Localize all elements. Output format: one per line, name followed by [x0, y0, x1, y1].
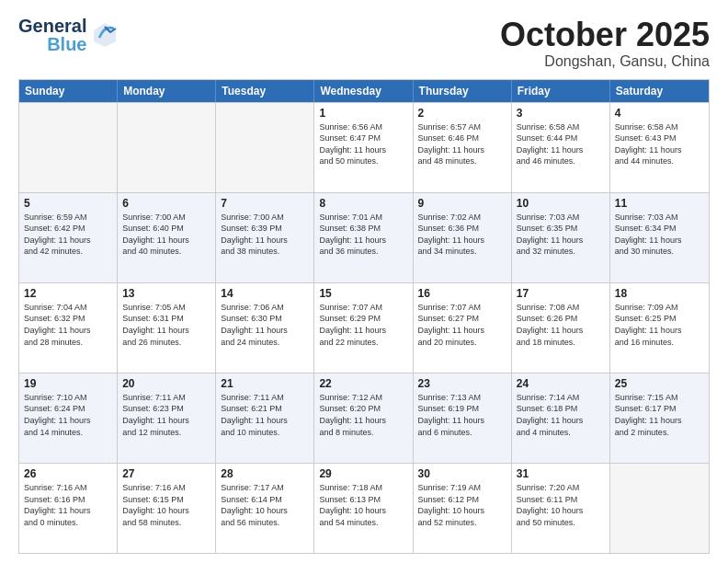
day-cell-21: 21Sunrise: 7:11 AM Sunset: 6:21 PM Dayli…	[216, 373, 314, 463]
day-cell-17: 17Sunrise: 7:08 AM Sunset: 6:26 PM Dayli…	[512, 283, 610, 373]
day-info: Sunrise: 7:03 AM Sunset: 6:34 PM Dayligh…	[615, 212, 704, 258]
day-number: 25	[615, 377, 704, 390]
day-number: 13	[122, 287, 210, 300]
day-number: 19	[24, 377, 112, 390]
day-info: Sunrise: 6:59 AM Sunset: 6:42 PM Dayligh…	[24, 212, 112, 258]
day-number: 9	[418, 197, 506, 210]
day-number: 28	[221, 467, 309, 480]
day-info: Sunrise: 7:17 AM Sunset: 6:14 PM Dayligh…	[221, 482, 309, 528]
day-info: Sunrise: 7:16 AM Sunset: 6:16 PM Dayligh…	[24, 482, 112, 528]
day-number: 31	[517, 467, 605, 480]
day-info: Sunrise: 7:19 AM Sunset: 6:12 PM Dayligh…	[418, 482, 506, 528]
day-cell-3: 3Sunrise: 6:58 AM Sunset: 6:44 PM Daylig…	[512, 103, 610, 192]
logo-blue: Blue	[47, 35, 86, 53]
day-info: Sunrise: 7:00 AM Sunset: 6:39 PM Dayligh…	[221, 212, 309, 258]
day-cell-4: 4Sunrise: 6:58 AM Sunset: 6:43 PM Daylig…	[610, 103, 709, 192]
day-cell-1: 1Sunrise: 6:56 AM Sunset: 6:47 PM Daylig…	[314, 103, 413, 192]
day-cell-8: 8Sunrise: 7:01 AM Sunset: 6:38 PM Daylig…	[314, 193, 413, 282]
day-cell-16: 16Sunrise: 7:07 AM Sunset: 6:27 PM Dayli…	[414, 283, 512, 373]
day-cell-28: 28Sunrise: 7:17 AM Sunset: 6:14 PM Dayli…	[216, 464, 314, 553]
day-number: 14	[221, 287, 309, 300]
day-number: 26	[24, 467, 112, 480]
logo-icon	[92, 21, 118, 51]
calendar-row-4: 19Sunrise: 7:10 AM Sunset: 6:24 PM Dayli…	[19, 373, 709, 463]
day-cell-15: 15Sunrise: 7:07 AM Sunset: 6:29 PM Dayli…	[314, 283, 413, 373]
calendar-row-5: 26Sunrise: 7:16 AM Sunset: 6:16 PM Dayli…	[19, 463, 709, 553]
day-cell-2: 2Sunrise: 6:57 AM Sunset: 6:46 PM Daylig…	[414, 103, 512, 192]
day-info: Sunrise: 7:20 AM Sunset: 6:11 PM Dayligh…	[517, 482, 605, 528]
day-info: Sunrise: 7:05 AM Sunset: 6:31 PM Dayligh…	[122, 302, 210, 348]
month-title: October 2025	[500, 17, 710, 53]
empty-cell	[216, 103, 314, 192]
weekday-header-friday: Friday	[512, 80, 610, 102]
day-number: 1	[319, 107, 407, 120]
page: General Blue October 2025 Dongshan, Gans…	[0, 0, 728, 563]
day-number: 6	[122, 197, 210, 210]
day-cell-7: 7Sunrise: 7:00 AM Sunset: 6:39 PM Daylig…	[216, 193, 314, 282]
day-cell-12: 12Sunrise: 7:04 AM Sunset: 6:32 PM Dayli…	[19, 283, 118, 373]
day-number: 24	[517, 377, 605, 390]
svg-marker-0	[94, 23, 116, 47]
day-info: Sunrise: 7:11 AM Sunset: 6:21 PM Dayligh…	[221, 392, 309, 438]
day-number: 18	[615, 287, 704, 300]
day-cell-9: 9Sunrise: 7:02 AM Sunset: 6:36 PM Daylig…	[414, 193, 512, 282]
day-info: Sunrise: 7:13 AM Sunset: 6:19 PM Dayligh…	[418, 392, 506, 438]
day-cell-25: 25Sunrise: 7:15 AM Sunset: 6:17 PM Dayli…	[610, 373, 709, 463]
calendar-row-1: 1Sunrise: 6:56 AM Sunset: 6:47 PM Daylig…	[19, 102, 709, 192]
location-title: Dongshan, Gansu, China	[500, 53, 710, 70]
day-info: Sunrise: 7:06 AM Sunset: 6:30 PM Dayligh…	[221, 302, 309, 348]
day-number: 10	[517, 197, 605, 210]
header: General Blue October 2025 Dongshan, Gans…	[18, 17, 710, 70]
day-cell-30: 30Sunrise: 7:19 AM Sunset: 6:12 PM Dayli…	[414, 464, 512, 553]
day-number: 29	[319, 467, 407, 480]
day-cell-19: 19Sunrise: 7:10 AM Sunset: 6:24 PM Dayli…	[19, 373, 118, 463]
day-info: Sunrise: 7:07 AM Sunset: 6:27 PM Dayligh…	[418, 302, 506, 348]
logo-general: General	[18, 17, 86, 35]
day-number: 4	[615, 107, 704, 120]
day-cell-18: 18Sunrise: 7:09 AM Sunset: 6:25 PM Dayli…	[610, 283, 709, 373]
day-info: Sunrise: 7:01 AM Sunset: 6:38 PM Dayligh…	[319, 212, 407, 258]
day-info: Sunrise: 7:09 AM Sunset: 6:25 PM Dayligh…	[615, 302, 704, 348]
day-cell-13: 13Sunrise: 7:05 AM Sunset: 6:31 PM Dayli…	[118, 283, 216, 373]
calendar-body: 1Sunrise: 6:56 AM Sunset: 6:47 PM Daylig…	[19, 102, 709, 553]
day-cell-23: 23Sunrise: 7:13 AM Sunset: 6:19 PM Dayli…	[414, 373, 512, 463]
day-info: Sunrise: 7:16 AM Sunset: 6:15 PM Dayligh…	[122, 482, 210, 528]
day-number: 30	[418, 467, 506, 480]
day-info: Sunrise: 6:56 AM Sunset: 6:47 PM Dayligh…	[319, 121, 407, 167]
day-number: 21	[221, 377, 309, 390]
day-cell-14: 14Sunrise: 7:06 AM Sunset: 6:30 PM Dayli…	[216, 283, 314, 373]
calendar-row-3: 12Sunrise: 7:04 AM Sunset: 6:32 PM Dayli…	[19, 282, 709, 373]
day-number: 20	[122, 377, 210, 390]
day-number: 17	[517, 287, 605, 300]
day-number: 3	[517, 107, 605, 120]
day-info: Sunrise: 6:58 AM Sunset: 6:44 PM Dayligh…	[517, 121, 605, 167]
day-info: Sunrise: 7:14 AM Sunset: 6:18 PM Dayligh…	[517, 392, 605, 438]
day-cell-6: 6Sunrise: 7:00 AM Sunset: 6:40 PM Daylig…	[118, 193, 216, 282]
weekday-header-sunday: Sunday	[19, 80, 118, 102]
day-cell-27: 27Sunrise: 7:16 AM Sunset: 6:15 PM Dayli…	[118, 464, 216, 553]
day-info: Sunrise: 7:02 AM Sunset: 6:36 PM Dayligh…	[418, 212, 506, 258]
day-info: Sunrise: 7:11 AM Sunset: 6:23 PM Dayligh…	[122, 392, 210, 438]
day-number: 11	[615, 197, 704, 210]
day-info: Sunrise: 7:18 AM Sunset: 6:13 PM Dayligh…	[319, 482, 407, 528]
day-cell-5: 5Sunrise: 6:59 AM Sunset: 6:42 PM Daylig…	[19, 193, 118, 282]
day-number: 15	[319, 287, 407, 300]
day-cell-20: 20Sunrise: 7:11 AM Sunset: 6:23 PM Dayli…	[118, 373, 216, 463]
day-cell-26: 26Sunrise: 7:16 AM Sunset: 6:16 PM Dayli…	[19, 464, 118, 553]
day-info: Sunrise: 7:15 AM Sunset: 6:17 PM Dayligh…	[615, 392, 704, 438]
weekday-header-wednesday: Wednesday	[314, 80, 413, 102]
weekday-header-tuesday: Tuesday	[216, 80, 314, 102]
day-number: 2	[418, 107, 506, 120]
day-info: Sunrise: 7:10 AM Sunset: 6:24 PM Dayligh…	[24, 392, 112, 438]
day-cell-11: 11Sunrise: 7:03 AM Sunset: 6:34 PM Dayli…	[610, 193, 709, 282]
empty-cell	[118, 103, 216, 192]
day-info: Sunrise: 7:03 AM Sunset: 6:35 PM Dayligh…	[517, 212, 605, 258]
day-info: Sunrise: 7:12 AM Sunset: 6:20 PM Dayligh…	[319, 392, 407, 438]
day-number: 12	[24, 287, 112, 300]
day-number: 5	[24, 197, 112, 210]
calendar-header: SundayMondayTuesdayWednesdayThursdayFrid…	[19, 80, 709, 102]
day-cell-24: 24Sunrise: 7:14 AM Sunset: 6:18 PM Dayli…	[512, 373, 610, 463]
weekday-header-monday: Monday	[118, 80, 216, 102]
title-block: October 2025 Dongshan, Gansu, China	[500, 17, 710, 70]
weekday-header-thursday: Thursday	[414, 80, 512, 102]
